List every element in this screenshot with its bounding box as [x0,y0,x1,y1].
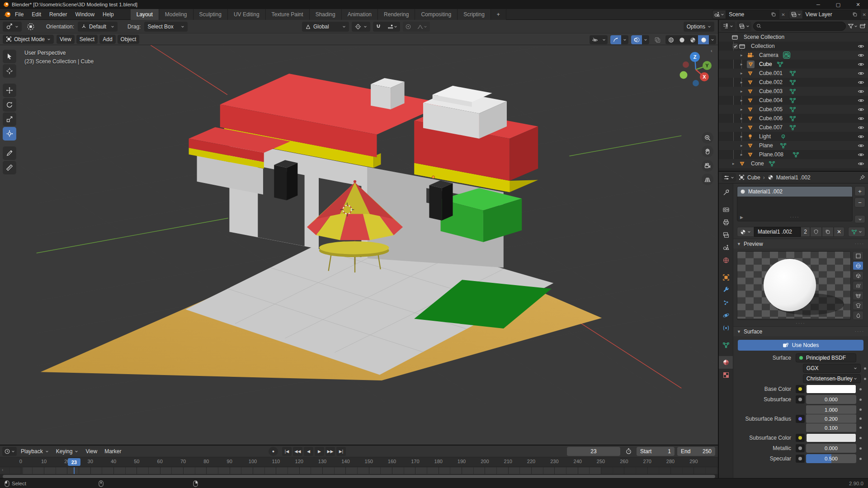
expand-icon[interactable]: ▸ [741,107,745,112]
surface-panel-header[interactable]: ▼ Surface ···· [733,326,868,336]
playhead-line[interactable] [74,467,75,474]
animate-dot[interactable] [859,447,862,450]
animate-dot[interactable] [859,418,862,420]
outliner-item-cone[interactable]: ▸ Cone [719,159,868,168]
breadcrumb-object[interactable]: Cube [747,174,760,181]
viewport-menu-object[interactable]: Object [118,35,140,44]
view-layer-browse-button[interactable] [789,10,803,19]
visibility-eye-icon[interactable] [590,35,600,44]
hide-eye-icon[interactable] [858,115,864,122]
vector-subsurface-radius-0[interactable]: 1.000 [806,405,856,414]
preview-type-monkey-button[interactable] [853,291,863,300]
minimize-button[interactable]: ─ [808,0,828,9]
expand-icon[interactable]: ▸ [741,134,745,139]
mesh-link-dropdown[interactable] [848,227,865,237]
hide-eye-icon[interactable] [858,160,864,167]
outliner-item-light[interactable]: ▸ Light [719,132,868,141]
material-slot-list[interactable]: Material1 .002 ▶ ···· [737,186,853,221]
close-button[interactable]: ✕ [848,0,868,9]
material-slot-selected[interactable]: Material1 .002 [737,187,852,197]
drag-handle-dots[interactable]: ···· [790,214,799,220]
slider-metallic[interactable]: 0.000 [806,444,856,453]
pan-hand-icon[interactable] [702,145,713,157]
unlink-material-icon[interactable]: ✕ [834,227,844,237]
animate-dot[interactable] [859,458,862,460]
menu-edit[interactable]: Edit [28,9,45,19]
remove-slot-button[interactable]: − [854,197,865,207]
outliner-search-input[interactable] [763,23,843,29]
hide-eye-icon[interactable] [858,133,864,140]
outliner-item-plane[interactable]: ▸ Plane [719,141,868,150]
outliner-item-cube-003[interactable]: ▸ Cube.003 [719,87,868,96]
timeline-track[interactable]: › [0,467,718,474]
unlink-scene-icon[interactable]: ✕ [781,12,785,17]
hide-eye-icon[interactable] [858,142,864,149]
tool-move-button[interactable] [3,84,16,97]
pivot-point-dropdown[interactable] [352,22,370,32]
hide-eye-icon[interactable] [858,79,864,86]
outliner-item-cube-002[interactable]: ▸ Cube.002 [719,78,868,87]
properties-tab-world[interactable] [719,254,733,267]
hide-eye-icon[interactable] [858,124,864,131]
expand-icon[interactable]: ▸ [741,125,745,130]
expand-icon[interactable]: ▸ [732,161,737,166]
workspace-tab-texture-paint[interactable]: Texture Paint [266,9,310,20]
slider-subsurface[interactable]: 0.000 [806,395,856,404]
outliner-item-cube[interactable]: ▸ Cube [719,60,868,69]
timeline-menu-view[interactable]: View [82,447,100,456]
show-overlays-toggle[interactable] [631,35,642,44]
dropdown-ggx[interactable]: GGX [803,364,861,373]
workspace-tab-modeling[interactable]: Modeling [159,9,193,20]
scrollbar-thumb[interactable] [3,475,715,478]
previous-keyframe-button[interactable]: ◀◀ [293,447,302,456]
show-gizmo-toggle[interactable] [610,35,621,44]
timeline-menu-keying[interactable]: Keying [53,447,82,456]
properties-tab-scene[interactable] [719,241,733,254]
hide-eye-icon[interactable] [858,151,864,158]
sidebar-collapse-icon[interactable]: ‹ [711,48,712,53]
hide-eye-icon[interactable] [858,106,864,113]
expand-icon[interactable]: ▸ [741,53,745,57]
workspace-tab-rendering[interactable]: Rendering [378,9,415,20]
add-slot-button[interactable]: + [854,186,865,196]
hide-eye-icon[interactable] [858,52,864,59]
collection-checkbox[interactable] [732,43,738,49]
remove-view-layer-icon[interactable]: ✕ [863,12,866,17]
add-workspace-button[interactable]: + [491,9,506,20]
maximize-button[interactable]: ▢ [828,0,848,9]
menu-window[interactable]: Window [71,9,99,19]
xray-toggle[interactable] [652,35,663,45]
color-swatch-subsurface-color[interactable] [806,433,856,442]
snap-target-dropdown[interactable] [384,22,400,31]
hide-eye-icon[interactable] [858,88,864,95]
material-name-field[interactable]: Material1 .002 [754,227,801,237]
workspace-tab-shading[interactable]: Shading [310,9,342,20]
jump-to-end-button[interactable]: ▶| [336,447,346,456]
properties-editor-type-dropdown[interactable] [722,173,736,182]
gizmo-pivot-icon[interactable] [25,22,36,32]
start-frame-field[interactable]: Start1 [637,447,675,456]
hide-eye-icon[interactable] [858,97,864,104]
outliner-item-collection[interactable]: Collection [719,42,868,51]
pin-icon[interactable] [859,174,865,181]
animate-dot[interactable] [864,378,866,380]
expand-icon[interactable]: ▸ [741,71,745,75]
material-users-count[interactable]: 2 [801,227,810,237]
preview-type-hair-button[interactable] [853,281,863,290]
shading-solid-button[interactable] [676,35,687,44]
preview-type-sphere-button[interactable] [853,261,863,270]
fake-user-shield-icon[interactable] [810,227,822,237]
shader-field-surface[interactable]: Principled BSDF [796,353,856,362]
properties-tab-output[interactable] [719,216,733,229]
shading-wireframe-button[interactable] [665,35,676,44]
tool-scale-button[interactable] [3,113,16,126]
preview-range-stopwatch-icon[interactable] [623,446,634,456]
vector-subsurface-radius-2[interactable]: 0.100 [806,423,856,432]
camera-view-icon[interactable] [702,160,713,172]
proportional-falloff-dropdown[interactable] [414,22,430,31]
timeline-editor-type-dropdown[interactable] [2,447,17,456]
preview-type-plane-button[interactable] [853,251,863,260]
outliner-item-scene-collection[interactable]: Scene Collection [719,33,868,42]
browse-material-dropdown[interactable] [737,227,754,237]
orthographic-toggle-icon[interactable] [702,174,713,185]
